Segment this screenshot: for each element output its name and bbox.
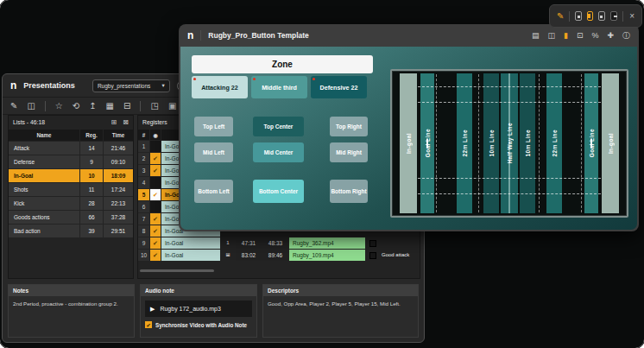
field-stripe-goal-line: Goal Line: [420, 73, 434, 213]
registers-title: Registers: [142, 119, 167, 125]
register-file-checkbox[interactable]: [369, 252, 376, 259]
chevron-down-icon: ▾: [162, 82, 165, 89]
list-time: 29:51: [104, 225, 133, 237]
register-file-checkbox[interactable]: [369, 240, 376, 247]
buttons-icon[interactable]: ▮: [564, 32, 568, 40]
register-checkbox[interactable]: ✔: [150, 225, 161, 237]
presentation-select-dropdown[interactable]: Rugby_presentations ▾: [92, 79, 170, 92]
zone-buttons-row: Attacking 22Middle thirdDefensive 22: [192, 76, 367, 98]
field-dashed-line: [418, 193, 601, 194]
window-layout-2-icon[interactable]: [587, 11, 594, 21]
list-time: 09:10: [104, 155, 133, 168]
zone-category-header: Zone: [192, 55, 373, 73]
table-icon[interactable]: ▦: [106, 102, 114, 111]
field-dashed-line: [418, 178, 601, 179]
field-dashed-line-vertical: [581, 74, 582, 212]
registers-scrollbar[interactable]: [140, 269, 214, 272]
grid-button-mid-right[interactable]: Mid Right: [330, 142, 368, 162]
column-name: Name: [9, 130, 79, 141]
list-reg-count: 28: [80, 197, 103, 210]
register-time-end: 48:33: [262, 237, 288, 249]
field-stripe-in-goal: In-goal: [400, 73, 417, 213]
notes-header: Notes: [9, 285, 134, 296]
window-layout-3-icon[interactable]: [598, 11, 605, 21]
register-checkbox[interactable]: ✔: [150, 237, 161, 249]
descriptors-header: Descriptors: [263, 285, 418, 296]
play-icon[interactable]: ▶: [150, 306, 155, 313]
lists-column-headers: Name Reg. Time: [9, 130, 133, 141]
list-view-icon[interactable]: ▤: [532, 32, 540, 40]
register-checkbox[interactable]: [150, 201, 161, 212]
list-row[interactable]: Attack1421:46: [9, 142, 133, 155]
zone-button-label: Middle third: [262, 84, 297, 92]
field-stripe-label: In-goal: [406, 133, 412, 154]
list-row[interactable]: Goods actions6637:28: [9, 211, 133, 224]
list-reg-count: 14: [80, 142, 103, 155]
refresh-icon[interactable]: ⟲: [73, 102, 79, 111]
register-checkbox[interactable]: ✔: [150, 250, 161, 261]
record-dot-icon: [313, 78, 315, 80]
notes-text: 2nd Period, proactive - combination grou…: [9, 296, 134, 311]
favorite-icon[interactable]: ☆: [55, 102, 63, 111]
register-extra-icon: 1: [221, 237, 235, 249]
list-row[interactable]: In-Goal1018:09: [9, 169, 133, 182]
lists-table-body: Attack1421:46Defense909:10In-Goal1018:09…: [9, 142, 133, 237]
template-title: Rugby_Pro_Button Template: [208, 31, 309, 40]
window-layout-4-icon[interactable]: [610, 11, 617, 21]
lock-icon[interactable]: ⊟: [123, 102, 130, 111]
grid-button-bottom-center[interactable]: Bottom Center: [253, 180, 304, 203]
record-dot-icon: [193, 78, 196, 80]
window-layout-1-icon[interactable]: [575, 11, 582, 21]
grid-button-mid-left[interactable]: Mid Left: [194, 142, 233, 162]
register-row[interactable]: 9✔In-Goal147:3148:33Rugby_362.mp4: [138, 237, 420, 249]
copy-icon[interactable]: ◫: [547, 32, 555, 40]
list-row[interactable]: Shots1117:24: [9, 183, 133, 196]
register-number: 1: [138, 141, 149, 152]
field-stripe-label: 10m Line: [489, 130, 495, 156]
zone-button-defensive-22[interactable]: Defensive 22: [311, 76, 367, 98]
register-time-end: 89:46: [262, 250, 288, 261]
move-icon[interactable]: ✚: [607, 32, 614, 40]
case-icon[interactable]: ◫: [27, 102, 35, 111]
grid-button-top-left[interactable]: Top Left: [194, 117, 233, 136]
register-number: 2: [138, 153, 149, 164]
list-name: In-Goal: [9, 169, 79, 182]
list-name: Attack: [9, 142, 79, 155]
list-reg-count: 66: [80, 211, 103, 224]
window-icon[interactable]: ⊡: [577, 32, 584, 40]
register-row[interactable]: 10✔In-Goal⊞83:0289:46Rugby_109.mp4Good a…: [138, 250, 420, 261]
zone-button-attacking-22[interactable]: Attacking 22: [192, 76, 248, 98]
sync-video-checkbox[interactable]: ✔: [145, 321, 152, 328]
info-icon[interactable]: ⓘ: [622, 32, 630, 40]
register-checkbox[interactable]: [150, 177, 161, 188]
delete-list-icon[interactable]: ⊠: [123, 118, 129, 126]
register-checkbox[interactable]: [150, 141, 161, 152]
rugby-field-diagram: In-goalGoal Line22m Line10m LineHalf Way…: [390, 69, 628, 218]
close-icon[interactable]: ×: [629, 12, 635, 21]
list-name: Kick: [9, 197, 79, 210]
edit-icon[interactable]: ✎: [10, 102, 17, 111]
export-icon[interactable]: ↥: [89, 102, 96, 111]
list-row[interactable]: Bad action3929:51: [9, 225, 133, 237]
share-icon[interactable]: ◳: [150, 102, 158, 111]
draw-tool-icon[interactable]: ✎: [557, 12, 564, 21]
stats-icon[interactable]: %: [591, 32, 598, 40]
list-time: 21:46: [104, 142, 133, 155]
video-icon[interactable]: ▣: [168, 102, 176, 111]
register-checkbox[interactable]: ✔: [150, 165, 161, 176]
list-reg-count: 39: [80, 225, 103, 237]
grid-button-bottom-right[interactable]: Bottom Right: [330, 180, 368, 203]
zone-button-middle-third[interactable]: Middle third: [251, 76, 307, 98]
register-number: 9: [138, 237, 149, 249]
add-list-icon[interactable]: ⊞: [111, 118, 117, 126]
grid-button-bottom-left[interactable]: Bottom Left: [194, 180, 233, 203]
grid-button-top-right[interactable]: Top Right: [330, 117, 368, 136]
grid-button-mid-center[interactable]: Mid Center: [253, 142, 304, 162]
list-row[interactable]: Kick2822:13: [9, 197, 133, 210]
register-checkbox[interactable]: ✔: [150, 189, 161, 200]
register-checkbox[interactable]: ✔: [150, 213, 161, 225]
grid-button-top-center[interactable]: Top Center: [253, 117, 304, 136]
list-row[interactable]: Defense909:10: [9, 155, 133, 168]
register-checkbox[interactable]: ✔: [150, 153, 161, 164]
app-window: n Presentations Rugby_presentations ▾ × …: [0, 0, 644, 348]
